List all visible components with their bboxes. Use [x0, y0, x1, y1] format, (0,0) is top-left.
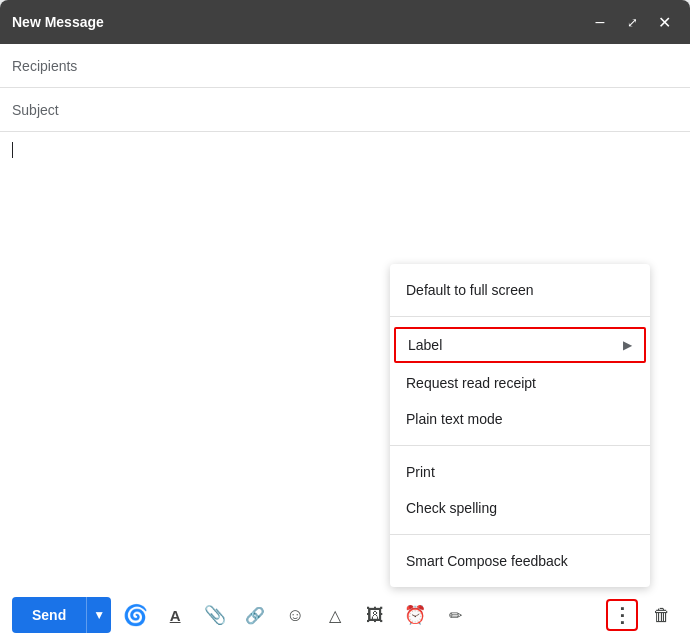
compose-title: New Message — [12, 14, 104, 30]
minimize-button[interactable]: – — [586, 8, 614, 36]
text-cursor — [12, 142, 13, 158]
formatting-button[interactable]: A — [159, 599, 191, 631]
photo-button[interactable]: 🖼 — [359, 599, 391, 631]
emoji-toolbar-button[interactable]: 🌀 — [119, 599, 151, 631]
dropdown-item-spelling-label: Check spelling — [406, 500, 497, 516]
dropdown-item-smart-compose-label: Smart Compose feedback — [406, 553, 568, 569]
fullscreen-button[interactable]: ⤢ — [618, 8, 646, 36]
dropdown-item-label[interactable]: Label ▶ — [394, 327, 646, 363]
drive-icon: △ — [329, 606, 341, 625]
attach-icon: 📎 — [204, 604, 226, 626]
dropdown-section-1: Default to full screen — [390, 264, 650, 317]
send-button[interactable]: Send — [12, 597, 86, 633]
emoji-picker-icon: ☺ — [286, 605, 304, 626]
emoji-picker-button[interactable]: ☺ — [279, 599, 311, 631]
subject-field — [0, 88, 690, 132]
link-button[interactable]: 🔗 — [239, 599, 271, 631]
send-dropdown-button[interactable]: ▼ — [86, 597, 111, 633]
dropdown-item-fullscreen-label: Default to full screen — [406, 282, 534, 298]
dropdown-section-4: Smart Compose feedback — [390, 535, 650, 587]
chevron-right-icon: ▶ — [623, 338, 632, 352]
recipients-input[interactable] — [12, 58, 678, 74]
dropdown-item-smart-compose[interactable]: Smart Compose feedback — [390, 543, 650, 579]
close-icon: ✕ — [658, 13, 671, 32]
dropdown-item-fullscreen[interactable]: Default to full screen — [390, 272, 650, 308]
dropdown-section-3: Print Check spelling — [390, 446, 650, 535]
dropdown-item-plain-text-label: Plain text mode — [406, 411, 503, 427]
send-dropdown-icon: ▼ — [93, 608, 105, 622]
compose-header: New Message – ⤢ ✕ — [0, 0, 690, 44]
link-icon: 🔗 — [245, 606, 265, 625]
header-actions: – ⤢ ✕ — [586, 8, 678, 36]
compose-window: New Message – ⤢ ✕ Default to full screen — [0, 0, 690, 643]
delete-icon: 🗑 — [653, 605, 671, 626]
signature-button[interactable]: ✏ — [439, 599, 471, 631]
emoji-icon: 🌀 — [123, 603, 148, 627]
fullscreen-icon: ⤢ — [627, 15, 638, 30]
dropdown-item-plain-text[interactable]: Plain text mode — [390, 401, 650, 437]
schedule-icon: ⏰ — [404, 604, 426, 626]
photo-icon: 🖼 — [366, 605, 384, 626]
signature-icon: ✏ — [449, 606, 462, 625]
more-options-icon: ⋮ — [612, 603, 632, 627]
dropdown-item-label-text: Label — [408, 337, 442, 353]
dropdown-item-read-receipt[interactable]: Request read receipt — [390, 365, 650, 401]
recipients-field — [0, 44, 690, 88]
send-button-group: Send ▼ — [12, 597, 111, 633]
minimize-icon: – — [596, 13, 605, 31]
dropdown-item-print-label: Print — [406, 464, 435, 480]
dropdown-menu: Default to full screen Label ▶ Request r… — [390, 264, 650, 587]
compose-footer: Send ▼ 🌀 A 📎 🔗 ☺ △ 🖼 ⏰ ✏ — [0, 587, 690, 643]
dropdown-item-spelling[interactable]: Check spelling — [390, 490, 650, 526]
discard-button[interactable]: 🗑 — [646, 599, 678, 631]
close-button[interactable]: ✕ — [650, 8, 678, 36]
drive-button[interactable]: △ — [319, 599, 351, 631]
dropdown-item-read-receipt-label: Request read receipt — [406, 375, 536, 391]
dropdown-item-print[interactable]: Print — [390, 454, 650, 490]
more-options-button[interactable]: ⋮ — [606, 599, 638, 631]
dropdown-section-2: Label ▶ Request read receipt Plain text … — [390, 317, 650, 446]
schedule-button[interactable]: ⏰ — [399, 599, 431, 631]
attach-button[interactable]: 📎 — [199, 599, 231, 631]
formatting-icon: A — [170, 607, 181, 624]
subject-input[interactable] — [12, 102, 678, 118]
